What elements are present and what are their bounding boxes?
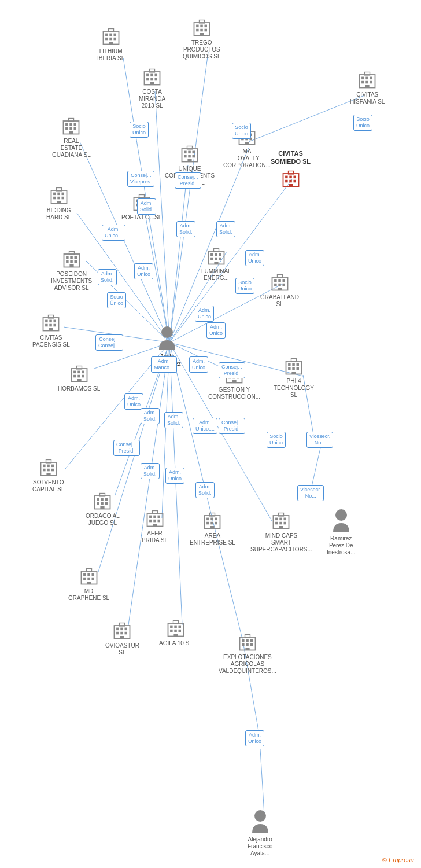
svg-rect-243: [117, 632, 120, 635]
svg-rect-37: [109, 42, 113, 45]
svg-point-229: [335, 509, 347, 521]
badge-adm-solid-5[interactable]: Adm.Solid.: [164, 412, 183, 428]
node-civitas-pacensis: CIVITASPACENSIS SL: [32, 312, 70, 348]
svg-rect-79: [361, 81, 364, 84]
svg-rect-179: [288, 367, 291, 370]
svg-rect-134: [215, 258, 217, 260]
label-md-graphene: MDGRAPHENE SL: [68, 588, 109, 602]
svg-rect-94: [285, 175, 288, 178]
svg-rect-216: [211, 522, 214, 525]
badge-adm-solid-6[interactable]: Adm.Solid.: [141, 463, 160, 479]
badge-socio-unico-civitas[interactable]: SocioÚnico: [353, 115, 372, 131]
svg-line-27: [260, 749, 264, 815]
badge-adm-solid-7[interactable]: Adm.Solid.: [195, 482, 215, 498]
svg-rect-212: [207, 518, 210, 521]
badge-vicesecr-1[interactable]: Vicesecr.No...: [306, 432, 333, 448]
svg-rect-55: [150, 82, 154, 85]
svg-rect-181: [297, 367, 300, 370]
svg-rect-204: [153, 516, 156, 518]
svg-rect-208: [157, 520, 160, 523]
badge-socio-unico-2[interactable]: SocioÚnico: [232, 123, 251, 139]
node-ovioastur: OVIOASTURSL: [105, 620, 139, 656]
badge-socio-unico-phi[interactable]: SocioÚnico: [267, 432, 286, 448]
svg-rect-254: [178, 630, 181, 632]
badge-socio-unico-3[interactable]: SocioÚnico: [107, 292, 126, 308]
svg-rect-233: [91, 573, 94, 576]
svg-point-266: [254, 810, 266, 822]
badge-adm-solid-poseidon[interactable]: Adm.Solid.: [98, 269, 117, 285]
svg-rect-31: [105, 34, 108, 36]
label-costa-miranda: COSTAMIRANDA2013 SL: [139, 89, 165, 109]
label-phi4: PHI 4TECHNOLOGYSL: [274, 378, 314, 399]
badge-socio-unico-grab[interactable]: SocioÚnico: [235, 278, 254, 294]
badge-consej-consej[interactable]: Consej. .Consej....: [95, 334, 123, 351]
label-bidding-hard: BIDDINGHARD SL: [46, 207, 71, 221]
label-solvento: SOLVENTOCAPITAL SL: [32, 479, 65, 493]
svg-rect-159: [77, 371, 80, 374]
svg-rect-244: [121, 632, 124, 635]
node-grabatland: GRABATLANDSL: [260, 272, 299, 308]
svg-rect-207: [153, 520, 156, 523]
node-trego: TREGOPRODUCTOSQUIMICOS SL: [183, 17, 221, 60]
svg-rect-235: [87, 578, 90, 580]
badge-adm-manco[interactable]: Adm.Manco...: [151, 356, 177, 373]
svg-rect-106: [53, 197, 56, 200]
label-trego: TREGOPRODUCTOSQUIMICOS SL: [183, 39, 221, 60]
svg-rect-108: [61, 197, 64, 200]
svg-rect-197: [97, 502, 100, 505]
label-real-estate: REALESTATEGUADIANA SL: [52, 138, 91, 159]
svg-rect-264: [245, 648, 249, 650]
svg-rect-46: [200, 33, 204, 36]
svg-rect-132: [219, 253, 221, 256]
svg-rect-213: [211, 518, 214, 521]
svg-rect-153: [54, 324, 57, 327]
svg-rect-89: [188, 155, 191, 158]
badge-adm-solid-4[interactable]: Adm.Solid.: [141, 408, 160, 424]
svg-rect-122: [70, 256, 73, 259]
svg-point-156: [161, 326, 173, 338]
svg-rect-158: [73, 371, 76, 374]
badge-adm-unico-gestion[interactable]: Adm.Unico: [189, 356, 208, 373]
svg-rect-35: [109, 38, 112, 41]
svg-rect-163: [82, 375, 84, 378]
svg-rect-34: [105, 38, 108, 41]
badge-adm-unico-7[interactable]: Adm.Unico: [165, 468, 184, 484]
badge-adm-unico-1[interactable]: Adm.Unico...: [102, 225, 125, 241]
badge-consej-presid-4[interactable]: Consej. .Presid.: [113, 440, 140, 456]
svg-rect-59: [70, 123, 73, 126]
svg-rect-200: [101, 506, 105, 509]
badge-consej-presid-1[interactable]: Consej. .Presid.: [175, 172, 201, 189]
badge-adm-solid-2[interactable]: Adm.Solid.: [176, 221, 195, 237]
svg-rect-260: [250, 639, 253, 642]
badge-adm-unico-6[interactable]: Adm.Unico....: [193, 418, 217, 434]
svg-rect-41: [200, 25, 203, 28]
badge-adm-unico-grab[interactable]: Adm.Unico: [206, 322, 226, 339]
badge-adm-unico-2[interactable]: Adm.Unico: [245, 250, 264, 266]
badge-consej-presid-2[interactable]: Consej. .Presid.: [219, 362, 245, 378]
svg-rect-195: [101, 498, 104, 501]
badge-socio-unico-1[interactable]: SocioÚnico: [130, 122, 149, 138]
label-afer-prida: AFERPRIDA SL: [142, 530, 168, 544]
node-mind-caps: MIND CAPSSMARTSUPERCAPACITORS...: [250, 510, 312, 553]
svg-rect-209: [153, 524, 157, 527]
badge-adm-unico-horb[interactable]: Adm.Unico: [124, 393, 143, 410]
svg-rect-95: [289, 175, 292, 178]
badge-consej-vicepres[interactable]: Consej. .Vicepres.: [127, 171, 154, 187]
svg-rect-130: [211, 253, 213, 256]
node-agila10: AGILA 10 SL: [159, 618, 193, 647]
badge-adm-solid-1[interactable]: Adm.Solid.: [137, 198, 156, 215]
badge-consej-presid-3[interactable]: Consej. .Presid.: [219, 418, 245, 434]
svg-rect-162: [77, 375, 80, 378]
badge-adm-unico-lumminal[interactable]: Adm.Unico: [195, 306, 214, 322]
badge-adm-unico-explot[interactable]: Adm.Unico: [245, 730, 264, 746]
svg-rect-161: [73, 375, 76, 378]
svg-rect-191: [46, 473, 50, 476]
badge-adm-solid-3[interactable]: Adm.Solid.: [216, 221, 235, 237]
svg-rect-33: [113, 34, 116, 36]
label-gestion-construccion: GESTION YCONSTRUCCION...: [208, 387, 260, 400]
svg-rect-90: [193, 155, 195, 158]
badge-adm-unico-civitas[interactable]: Adm.Unico: [134, 263, 153, 279]
badge-vicesecr-2[interactable]: Vicesecr.No...: [297, 485, 324, 501]
svg-rect-131: [215, 253, 217, 256]
svg-rect-222: [280, 518, 283, 521]
